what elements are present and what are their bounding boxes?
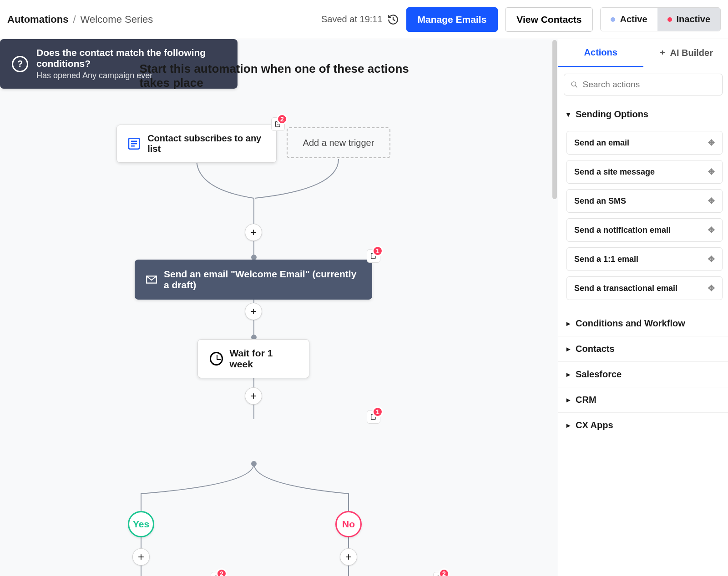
action-send-email[interactable]: Send an email✥: [566, 131, 723, 155]
chevron-right-icon: ▸: [566, 370, 570, 379]
category-conditions-workflow[interactable]: ▸Conditions and Workflow: [558, 311, 728, 336]
clock-icon: [210, 352, 223, 366]
chevron-right-icon: ▸: [566, 396, 570, 404]
svg-point-26: [571, 82, 576, 86]
chevron-down-icon: ▾: [566, 110, 570, 119]
list-subscribe-icon: [127, 136, 141, 151]
badge-count: 2: [216, 568, 227, 576]
svg-line-27: [575, 85, 577, 87]
yes-branch[interactable]: Yes: [128, 511, 154, 537]
svg-point-8: [252, 461, 256, 466]
search-icon: [571, 80, 578, 89]
tab-actions[interactable]: Actions: [558, 39, 643, 67]
breadcrumb: Automations / Welcome Series: [7, 14, 153, 25]
category-cx-apps[interactable]: ▸CX Apps: [558, 413, 728, 438]
search-actions-input[interactable]: [564, 74, 723, 95]
action-send-transactional-email[interactable]: Send a transactional email✥: [566, 276, 723, 300]
drag-icon: ✥: [708, 254, 715, 264]
mail-icon: [146, 273, 157, 286]
tab-ai-builder[interactable]: AI Builder: [643, 39, 728, 67]
badge-count: 2: [277, 114, 288, 125]
wait-node[interactable]: Wait for 1 week: [197, 339, 309, 378]
ai-sparkle-icon: [658, 49, 667, 57]
view-contacts-button[interactable]: View Contacts: [505, 7, 593, 32]
question-icon: ?: [12, 56, 28, 72]
add-step-button[interactable]: +: [245, 387, 262, 405]
no-branch[interactable]: No: [335, 511, 362, 537]
saved-at-label: Saved at 19:11: [321, 14, 383, 25]
action-send-notification-email[interactable]: Send a notification email✥: [566, 218, 723, 242]
chevron-right-icon: ▸: [566, 421, 570, 430]
breadcrumb-separator: /: [73, 14, 76, 25]
manage-emails-button[interactable]: Manage Emails: [406, 7, 498, 32]
email-node-welcome[interactable]: Send an email "Welcome Email" (currently…: [135, 260, 372, 300]
category-contacts[interactable]: ▸Contacts: [558, 336, 728, 362]
action-send-sms[interactable]: Send an SMS✥: [566, 189, 723, 213]
badge-count: 1: [372, 245, 383, 256]
svg-point-0: [252, 255, 256, 260]
drag-icon: ✥: [708, 283, 715, 293]
add-step-button[interactable]: +: [132, 548, 150, 566]
category-sending-options[interactable]: ▾ Sending Options: [558, 102, 728, 127]
drag-icon: ✥: [708, 225, 715, 235]
drag-icon: ✥: [708, 196, 715, 206]
add-trigger-button[interactable]: Add a new trigger: [287, 127, 390, 158]
drag-icon: ✥: [708, 167, 715, 177]
history-icon[interactable]: [387, 14, 399, 25]
active-toggle[interactable]: Active: [601, 8, 657, 31]
breadcrumb-root[interactable]: Automations: [7, 14, 68, 25]
add-step-button[interactable]: +: [340, 548, 357, 566]
add-step-button[interactable]: +: [245, 303, 262, 320]
badge-count: 2: [439, 568, 450, 576]
inactive-toggle[interactable]: Inactive: [657, 8, 720, 31]
trigger-node[interactable]: Contact subscribes to any list: [116, 125, 277, 163]
badge-count: 1: [372, 406, 383, 417]
category-crm[interactable]: ▸CRM: [558, 387, 728, 413]
action-send-1-1-email[interactable]: Send a 1:1 email✥: [566, 247, 723, 271]
action-send-site-message[interactable]: Send a site message✥: [566, 160, 723, 184]
category-salesforce[interactable]: ▸Salesforce: [558, 362, 728, 387]
chevron-right-icon: ▸: [566, 345, 570, 353]
drag-icon: ✥: [708, 138, 715, 148]
chevron-right-icon: ▸: [566, 319, 570, 328]
breadcrumb-current: Welcome Series: [81, 14, 153, 25]
add-step-button[interactable]: +: [245, 224, 262, 241]
status-toggle: Active Inactive: [600, 7, 721, 31]
